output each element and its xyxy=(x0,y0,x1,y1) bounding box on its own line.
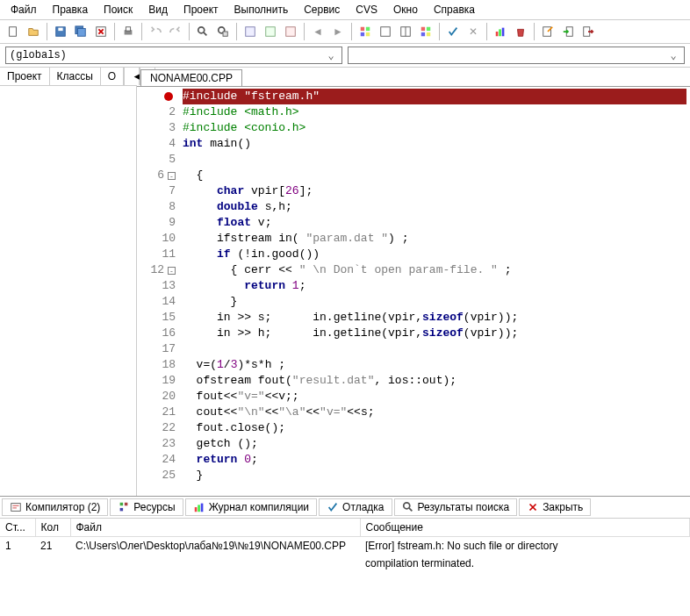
rebuild-icon[interactable] xyxy=(281,22,300,41)
side-tabs: ПроектКлассыО◄► xyxy=(0,68,136,86)
side-tab[interactable]: Классы xyxy=(50,68,101,85)
svg-rect-33 xyxy=(125,503,128,506)
svg-rect-35 xyxy=(194,507,197,512)
goto-icon[interactable] xyxy=(538,22,557,41)
svg-rect-36 xyxy=(198,505,200,512)
menu-bar: ФайлПравкаПоискВидПроектВыполнитьСервисC… xyxy=(0,0,690,20)
side-tab[interactable]: О xyxy=(101,68,124,85)
svg-rect-12 xyxy=(266,27,276,37)
col-line[interactable]: Ст... xyxy=(0,519,35,537)
open-icon[interactable] xyxy=(24,22,43,41)
svg-rect-21 xyxy=(421,27,425,31)
svg-rect-24 xyxy=(427,32,430,36)
side-tab[interactable]: Проект xyxy=(0,68,50,85)
svg-rect-10 xyxy=(223,32,227,36)
print-icon[interactable] xyxy=(119,22,138,41)
svg-rect-11 xyxy=(246,27,255,37)
win2-icon[interactable] xyxy=(396,22,415,41)
code-editor[interactable]: 23456-789101112-131415161718192021222324… xyxy=(137,87,690,496)
prev-icon[interactable]: ◄ xyxy=(308,22,327,41)
tab-close[interactable]: Закрыть xyxy=(519,498,591,516)
tab-search[interactable]: Результаты поиска xyxy=(394,498,518,516)
scope-combo-1[interactable]: (globals)⌄ xyxy=(5,47,342,64)
in-icon[interactable] xyxy=(558,22,578,41)
col-col[interactable]: Кол xyxy=(35,519,70,537)
bottom-panel: Компилятор (2) Ресурсы Журнал компиляции… xyxy=(0,496,690,572)
svg-rect-7 xyxy=(126,27,130,31)
svg-rect-17 xyxy=(366,32,370,36)
scope-combos: (globals)⌄ ⌄ xyxy=(0,44,690,68)
line-gutter: 23456-789101112-131415161718192021222324… xyxy=(137,87,179,496)
svg-rect-31 xyxy=(11,504,21,512)
svg-rect-23 xyxy=(421,32,425,36)
compile-icon[interactable] xyxy=(241,22,260,41)
side-panel: ПроектКлассыО◄► xyxy=(0,68,137,496)
svg-rect-14 xyxy=(361,27,364,31)
message-row[interactable]: compilation terminated. xyxy=(0,555,690,572)
tab-close-label: Закрыть xyxy=(543,501,583,513)
col-file[interactable]: Файл xyxy=(70,519,360,537)
tab-debug-label: Отладка xyxy=(342,501,384,513)
tab-resources[interactable]: Ресурсы xyxy=(110,498,183,516)
menu-CVS[interactable]: CVS xyxy=(349,2,385,18)
menu-Окно[interactable]: Окно xyxy=(386,2,425,18)
svg-rect-13 xyxy=(286,27,296,37)
grid1-icon[interactable] xyxy=(356,22,375,41)
tab-resources-label: Ресурсы xyxy=(133,501,175,513)
svg-rect-32 xyxy=(120,503,124,506)
save-icon[interactable] xyxy=(51,22,70,41)
replace-icon[interactable] xyxy=(213,22,233,41)
svg-rect-2 xyxy=(58,28,62,32)
message-row[interactable]: 121C:\Users\Олег\Desktop\лаба№19\№19\NON… xyxy=(0,537,690,555)
tab-compiler-label: Компилятор (2) xyxy=(25,501,100,513)
svg-rect-0 xyxy=(10,27,17,37)
svg-rect-37 xyxy=(200,504,203,512)
scope-combo-2[interactable]: ⌄ xyxy=(348,47,685,64)
file-tabs: NONAME00.CPP xyxy=(137,68,690,87)
svg-rect-25 xyxy=(496,32,499,36)
menu-Справка[interactable]: Справка xyxy=(427,2,482,18)
run-icon[interactable] xyxy=(261,22,280,41)
code-lines[interactable]: #include "fstream.h"#include <math.h>#in… xyxy=(179,87,690,496)
svg-rect-34 xyxy=(120,508,124,512)
tab-search-label: Результаты поиска xyxy=(418,501,510,513)
close-file-icon[interactable] xyxy=(91,22,111,41)
saveall-icon[interactable] xyxy=(71,22,90,41)
menu-Файл[interactable]: Файл xyxy=(4,2,44,18)
next-icon[interactable]: ► xyxy=(328,22,348,41)
menu-Проект[interactable]: Проект xyxy=(176,2,226,18)
undo-icon[interactable] xyxy=(146,22,165,41)
new-icon[interactable] xyxy=(4,22,23,41)
find-icon[interactable] xyxy=(193,22,212,41)
bottom-tabs: Компилятор (2) Ресурсы Журнал компиляции… xyxy=(0,497,690,519)
svg-rect-26 xyxy=(499,29,501,36)
redo-icon[interactable] xyxy=(166,22,185,41)
out-icon[interactable] xyxy=(579,22,598,41)
chevron-down-icon: ⌄ xyxy=(324,49,338,62)
svg-rect-22 xyxy=(427,27,430,31)
svg-rect-16 xyxy=(361,32,364,36)
chevron-down-icon: ⌄ xyxy=(666,49,680,62)
tab-debug[interactable]: Отладка xyxy=(319,498,392,516)
tab-compiler[interactable]: Компилятор (2) xyxy=(2,498,108,516)
menu-Поиск[interactable]: Поиск xyxy=(97,2,140,18)
svg-rect-4 xyxy=(78,29,86,37)
svg-rect-18 xyxy=(381,27,391,37)
menu-Вид[interactable]: Вид xyxy=(141,2,175,18)
svg-rect-15 xyxy=(366,27,370,31)
chart-icon[interactable] xyxy=(491,22,510,41)
main-toolbar: ◄ ► ✕ xyxy=(0,20,690,44)
compiler-messages: Ст... Кол Файл Сообщение 121C:\Users\Оле… xyxy=(0,519,690,572)
file-tab[interactable]: NONAME00.CPP xyxy=(140,69,242,86)
grid2-icon[interactable] xyxy=(416,22,435,41)
cancel-icon[interactable]: ✕ xyxy=(464,22,483,41)
menu-Правка[interactable]: Правка xyxy=(46,2,96,18)
menu-Сервис[interactable]: Сервис xyxy=(297,2,347,18)
tab-log[interactable]: Журнал компиляции xyxy=(185,498,317,516)
win1-icon[interactable] xyxy=(376,22,395,41)
editor-area: NONAME00.CPP 23456-789101112-13141516171… xyxy=(137,68,690,496)
check-icon[interactable] xyxy=(443,22,463,41)
col-msg[interactable]: Сообщение xyxy=(360,519,690,537)
menu-Выполнить[interactable]: Выполнить xyxy=(227,2,296,18)
trash-icon[interactable] xyxy=(511,22,530,41)
